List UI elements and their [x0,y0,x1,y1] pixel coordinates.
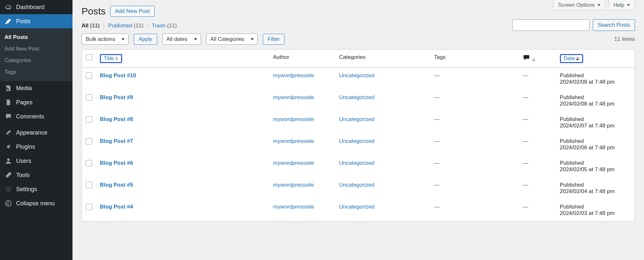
sidebar-item-media[interactable]: Media [0,81,72,95]
date-value: Published2024/02/05 at 7:48 pm [556,155,635,177]
table-row: Blog Post #10mywordpresssiteUncategorize… [82,68,635,90]
sidebar-item-posts[interactable]: Posts [0,14,72,28]
sidebar-label-users: Users [16,158,31,164]
table-row: Blog Post #7mywordpresssiteUncategorized… [82,134,635,155]
author-link[interactable]: mywordpresssite [273,204,314,210]
sidebar-sub-add-new[interactable]: Add New Post [0,43,72,55]
page-title: Posts [82,6,106,17]
sidebar-item-plugins[interactable]: Plugins [0,140,72,154]
row-checkbox[interactable] [86,160,92,166]
search-posts-button[interactable]: Search Posts [593,19,635,31]
pin-icon [5,17,12,25]
category-link[interactable]: Uncategorized [339,138,375,144]
chevron-down-icon [597,4,601,6]
filter-view-published[interactable]: Published [108,23,134,29]
row-checkbox[interactable] [86,94,92,101]
category-link[interactable]: Uncategorized [339,94,375,100]
sidebar-item-collapse[interactable]: Collapse menu [0,196,72,210]
sidebar-label-tools: Tools [16,172,30,179]
tags-value: — [434,94,440,100]
screen-options-label: Screen Options [558,2,595,8]
comments-icon [523,54,530,60]
date-value: Published2024/02/09 at 7:48 pm [556,68,635,90]
category-link[interactable]: Uncategorized [339,160,375,166]
date-value: Published2024/02/03 at 7:48 pm [556,199,635,221]
filter-view-all[interactable]: All (11) [82,23,101,29]
table-row: Blog Post #5mywordpresssiteUncategorized… [82,177,635,199]
apply-button[interactable]: Apply [134,34,157,45]
post-title-link[interactable]: Blog Post #10 [100,72,136,79]
post-title-link[interactable]: Blog Post #6 [100,160,133,166]
column-author[interactable]: Author [269,50,335,68]
date-value: Published2024/02/04 at 7:48 pm [556,177,635,199]
sidebar-item-settings[interactable]: Settings [0,182,72,196]
author-link[interactable]: mywordpresssite [273,182,314,188]
plugins-icon [5,143,12,151]
post-title-link[interactable]: Blog Post #5 [100,182,133,188]
row-checkbox[interactable] [86,138,92,144]
dashboard-icon [5,3,12,11]
filter-view-trash[interactable]: Trash [152,23,167,29]
row-checkbox[interactable] [86,72,92,79]
sidebar-sub-tags[interactable]: Tags [0,66,72,78]
screen-options-button[interactable]: Screen Options [553,0,605,10]
post-title-link[interactable]: Blog Post #9 [100,94,133,100]
column-tags[interactable]: Tags [430,50,519,68]
row-checkbox[interactable] [86,204,92,210]
column-title[interactable]: Title [96,50,269,68]
column-date[interactable]: Date [556,50,635,68]
bulk-actions-select[interactable]: Bulk actions [82,33,129,45]
tags-value: — [434,182,440,188]
sidebar-item-users[interactable]: Users [0,154,72,168]
post-title-link[interactable]: Blog Post #8 [100,116,133,122]
author-link[interactable]: mywordpresssite [273,116,314,122]
admin-sidebar: Dashboard Posts All Posts Add New Post C… [0,0,72,260]
filter-button[interactable]: Filter [263,34,285,45]
category-link[interactable]: Uncategorized [339,182,375,188]
table-row: Blog Post #6mywordpresssiteUncategorized… [82,155,635,177]
author-link[interactable]: mywordpresssite [273,94,314,100]
search-input[interactable] [512,19,590,31]
tags-value: — [434,160,440,166]
category-link[interactable]: Uncategorized [339,204,375,210]
date-filter-select[interactable]: All dates [162,33,201,45]
select-all-checkbox[interactable] [86,54,92,60]
post-title-link[interactable]: Blog Post #4 [100,204,133,210]
tools-icon [5,171,12,179]
add-new-post-button[interactable]: Add New Post [110,6,155,17]
settings-icon [5,185,12,193]
table-row: Blog Post #4mywordpresssiteUncategorized… [82,199,635,221]
chevron-down-icon [627,4,630,6]
comments-value: — [523,160,528,166]
post-title-link[interactable]: Blog Post #7 [100,138,133,144]
author-link[interactable]: mywordpresssite [273,160,314,166]
svg-point-0 [5,200,11,206]
comments-value: — [523,72,528,79]
items-count: 11 items [614,36,635,42]
author-link[interactable]: mywordpresssite [273,138,314,144]
help-button[interactable]: Help [609,0,635,10]
media-icon [5,84,12,92]
sidebar-sub-categories[interactable]: Categories [0,55,72,66]
comments-value: — [523,116,528,122]
sidebar-item-dashboard[interactable]: Dashboard [0,0,72,14]
sidebar-submenu-posts: All Posts Add New Post Categories Tags [0,28,72,81]
category-filter-select[interactable]: All Categories [206,33,258,45]
sidebar-label-appearance: Appearance [16,129,47,136]
row-checkbox[interactable] [86,116,92,123]
sidebar-item-tools[interactable]: Tools [0,168,72,182]
tags-value: — [434,72,440,79]
sidebar-sub-all-posts[interactable]: All Posts [0,32,72,43]
comments-icon [5,113,12,120]
category-link[interactable]: Uncategorized [339,72,375,79]
author-link[interactable]: mywordpresssite [273,72,314,79]
sidebar-item-appearance[interactable]: Appearance [0,125,72,140]
posts-table: Title Author Categories Tags [82,49,635,221]
category-link[interactable]: Uncategorized [339,116,375,122]
sidebar-item-pages[interactable]: Pages [0,95,72,109]
column-comments[interactable] [519,50,556,68]
row-checkbox[interactable] [86,182,92,188]
sidebar-item-comments[interactable]: Comments [0,109,72,124]
column-categories[interactable]: Categories [335,50,430,68]
date-value: Published2024/02/06 at 7:48 pm [556,134,635,155]
